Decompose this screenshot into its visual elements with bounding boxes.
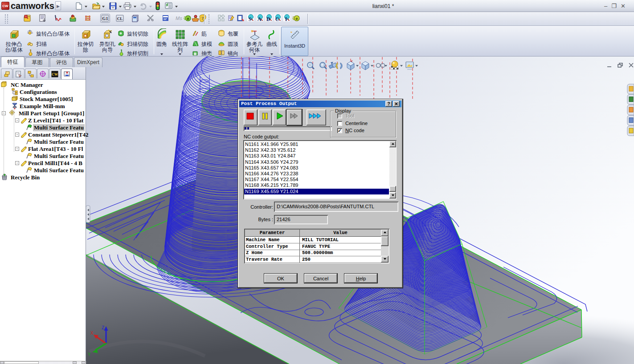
svg-text:X: X [90,331,94,336]
svg-text:Ms: Ms [176,16,182,21]
svg-text:S: S [249,16,252,22]
svg-text:G1: G1 [102,16,108,21]
svg-text:CL: CL [117,16,123,21]
svg-text:I: I [285,16,287,22]
svg-text:CW: CW [52,73,58,77]
svg-text:e: e [187,16,189,21]
svg-text:Y: Y [88,352,91,357]
svg-text:?: ? [201,16,204,21]
svg-text:Z: Z [102,325,104,330]
svg-text:e: e [295,16,298,21]
